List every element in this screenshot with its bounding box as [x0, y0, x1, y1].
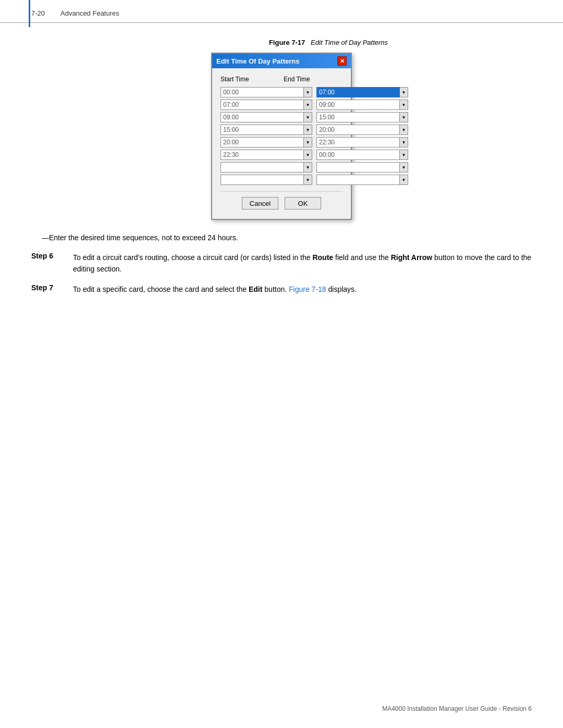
end-row-3: ▼ [316, 112, 408, 122]
figure-label: Figure 7-17 [269, 39, 305, 46]
figure-caption-text: Edit Time of Day Patterns [311, 39, 388, 46]
dialog-titlebar: Edit Time Of Day Patterns ✕ [212, 54, 351, 68]
edit-time-dialog: Edit Time Of Day Patterns ✕ Start Time E… [211, 53, 352, 220]
end-dropdown-1[interactable]: ▼ [400, 87, 408, 97]
start-time-input-2[interactable] [221, 100, 304, 110]
step-6-label: Step 6 [31, 252, 73, 275]
start-dropdown-6[interactable]: ▼ [304, 150, 312, 160]
end-time-input-8[interactable] [316, 175, 400, 185]
start-row-5: ▼ [221, 137, 312, 147]
step-7-row: Step 7 To edit a specific card, choose t… [31, 283, 532, 295]
start-row-8: ▼ [221, 175, 312, 185]
dialog-body: Start Time End Time ▼ ▼ [212, 68, 351, 219]
end-row-1: ▼ [316, 87, 408, 97]
start-dropdown-3[interactable]: ▼ [304, 112, 312, 122]
start-time-header: Start Time [221, 76, 279, 83]
start-row-3: ▼ [221, 112, 312, 122]
start-time-input-1[interactable] [221, 87, 304, 97]
end-time-input-2[interactable] [316, 100, 400, 110]
end-row-2: ▼ [316, 100, 408, 110]
page-header: 7-20 Advanced Features [0, 0, 563, 23]
start-dropdown-1[interactable]: ▼ [304, 87, 312, 97]
dialog-title: Edit Time Of Day Patterns [216, 57, 299, 65]
dash-note-text: —Enter the desired time sequences, not t… [42, 233, 238, 242]
page-number: 7-20 [31, 9, 45, 17]
end-time-input-6[interactable] [316, 150, 400, 160]
end-dropdown-2[interactable]: ▼ [400, 100, 408, 110]
footer-text: MA4000 Installation Manager User Guide -… [382, 705, 532, 712]
start-time-input-4[interactable] [221, 125, 304, 135]
end-row-4: ▼ [316, 125, 408, 135]
end-time-input-7[interactable] [316, 162, 400, 172]
left-border-bar [29, 0, 30, 27]
end-time-input-4[interactable] [316, 125, 400, 135]
end-time-input-3[interactable] [316, 112, 400, 122]
main-content: Figure 7-17 Edit Time of Day Patterns Ed… [0, 23, 563, 324]
dialog-footer: Cancel OK [221, 191, 342, 213]
dialog-close-button[interactable]: ✕ [337, 56, 347, 66]
end-time-header: End Time [284, 76, 342, 83]
start-dropdown-8[interactable]: ▼ [304, 175, 312, 185]
start-row-2: ▼ [221, 100, 312, 110]
start-row-4: ▼ [221, 125, 312, 135]
start-time-input-7[interactable] [221, 162, 304, 172]
end-row-6: ▼ [316, 150, 408, 160]
step-7-text: To edit a specific card, choose the card… [73, 283, 532, 295]
step-6-text: To edit a circuit card's routing, choose… [73, 252, 532, 275]
time-rows-grid: ▼ ▼ ▼ ▼ [221, 87, 342, 187]
start-dropdown-4[interactable]: ▼ [304, 125, 312, 135]
ok-button[interactable]: OK [285, 197, 321, 209]
end-row-8: ▼ [316, 175, 408, 185]
start-row-6: ▼ [221, 150, 312, 160]
end-time-input-5[interactable] [316, 137, 400, 147]
page-container: 7-20 Advanced Features Figure 7-17 Edit … [0, 0, 563, 728]
end-dropdown-6[interactable]: ▼ [400, 150, 408, 160]
cancel-button[interactable]: Cancel [242, 197, 278, 209]
end-row-5: ▼ [316, 137, 408, 147]
start-time-input-8[interactable] [221, 175, 304, 185]
start-time-input-6[interactable] [221, 150, 304, 160]
end-dropdown-5[interactable]: ▼ [400, 137, 408, 147]
end-dropdown-3[interactable]: ▼ [400, 112, 408, 122]
end-dropdown-8[interactable]: ▼ [400, 175, 408, 185]
end-time-input-1[interactable] [316, 87, 400, 97]
end-row-7: ▼ [316, 162, 408, 172]
step-6-row: Step 6 To edit a circuit card's routing,… [31, 252, 532, 275]
header-title: Advanced Features [60, 9, 119, 17]
figure-caption: Figure 7-17 Edit Time of Day Patterns [125, 39, 532, 46]
end-dropdown-7[interactable]: ▼ [400, 162, 408, 172]
step-7-label: Step 7 [31, 283, 73, 295]
start-dropdown-5[interactable]: ▼ [304, 137, 312, 147]
start-time-input-5[interactable] [221, 137, 304, 147]
start-dropdown-2[interactable]: ▼ [304, 100, 312, 110]
start-time-input-3[interactable] [221, 112, 304, 122]
start-row-7: ▼ [221, 162, 312, 172]
start-dropdown-7[interactable]: ▼ [304, 162, 312, 172]
dash-note: —Enter the desired time sequences, not t… [31, 232, 532, 243]
start-row-1: ▼ [221, 87, 312, 97]
figure-7-18-link[interactable]: Figure 7-18 [289, 285, 326, 293]
end-dropdown-4[interactable]: ▼ [400, 125, 408, 135]
page-footer: MA4000 Installation Manager User Guide -… [382, 705, 532, 712]
column-headers: Start Time End Time [221, 76, 342, 85]
dialog-wrapper: Edit Time Of Day Patterns ✕ Start Time E… [31, 53, 532, 220]
